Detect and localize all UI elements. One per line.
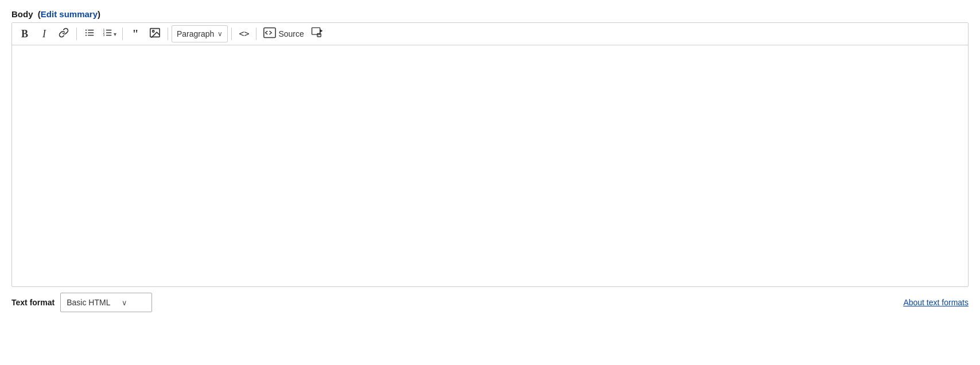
- format-dropdown-chevron: ∨: [122, 298, 127, 307]
- text-format-label: Text format: [11, 298, 55, 307]
- svg-point-3: [85, 29, 87, 30]
- svg-point-5: [85, 34, 87, 36]
- blockquote-button[interactable]: ": [126, 25, 145, 42]
- image-icon: [149, 28, 161, 40]
- media-icon: ♪: [311, 26, 324, 41]
- italic-button[interactable]: I: [35, 25, 53, 42]
- source-icon: [263, 27, 276, 41]
- source-label: Source: [278, 29, 304, 38]
- svg-rect-12: [150, 29, 160, 37]
- field-label: Body (Edit summary): [11, 9, 969, 19]
- code-icon: <>: [239, 29, 249, 39]
- ordered-list-dropdown-arrow: ▾: [114, 31, 116, 37]
- format-left: Text format Basic HTML ∨: [11, 293, 152, 312]
- link-svg: [59, 28, 69, 38]
- separator-2: [122, 28, 123, 40]
- toolbar: B I: [12, 23, 968, 45]
- media-button[interactable]: ♪: [309, 25, 326, 42]
- text-format-select[interactable]: Basic HTML ∨: [60, 293, 152, 312]
- ordered-list-icon: 1 2 3: [102, 28, 112, 40]
- svg-point-4: [85, 32, 87, 33]
- format-row: Text format Basic HTML ∨ About text form…: [11, 293, 969, 312]
- svg-text:♪: ♪: [318, 34, 319, 37]
- ordered-list-button[interactable]: 1 2 3 ▾: [100, 25, 119, 42]
- separator-5: [256, 28, 256, 40]
- italic-icon: I: [42, 28, 46, 40]
- svg-text:3: 3: [103, 33, 105, 37]
- blockquote-icon: ": [132, 28, 138, 40]
- separator-1: [76, 28, 77, 40]
- svg-point-13: [153, 30, 154, 32]
- bold-button[interactable]: B: [15, 25, 34, 42]
- separator-3: [168, 28, 168, 40]
- bullet-list-button[interactable]: [80, 25, 99, 42]
- paragraph-dropdown[interactable]: Paragraph ∨: [172, 25, 228, 42]
- bullet-list-icon: [84, 28, 95, 40]
- editor-wrapper: B I: [11, 22, 969, 287]
- about-text-formats-link[interactable]: About text formats: [903, 298, 969, 307]
- separator-4: [231, 28, 232, 40]
- bold-icon: B: [21, 28, 28, 40]
- editor-content[interactable]: [12, 45, 968, 286]
- paragraph-label: Paragraph: [177, 29, 214, 38]
- body-label: Body: [11, 9, 33, 19]
- image-button[interactable]: [146, 25, 164, 42]
- code-button[interactable]: <>: [235, 25, 252, 42]
- link-button[interactable]: [55, 25, 73, 42]
- text-format-value: Basic HTML: [67, 298, 110, 307]
- svg-marker-16: [320, 29, 323, 33]
- edit-summary-link[interactable]: Edit summary: [41, 9, 98, 19]
- paragraph-dropdown-arrow: ∨: [217, 30, 223, 38]
- link-icon: [59, 28, 69, 41]
- source-button[interactable]: Source: [260, 25, 307, 42]
